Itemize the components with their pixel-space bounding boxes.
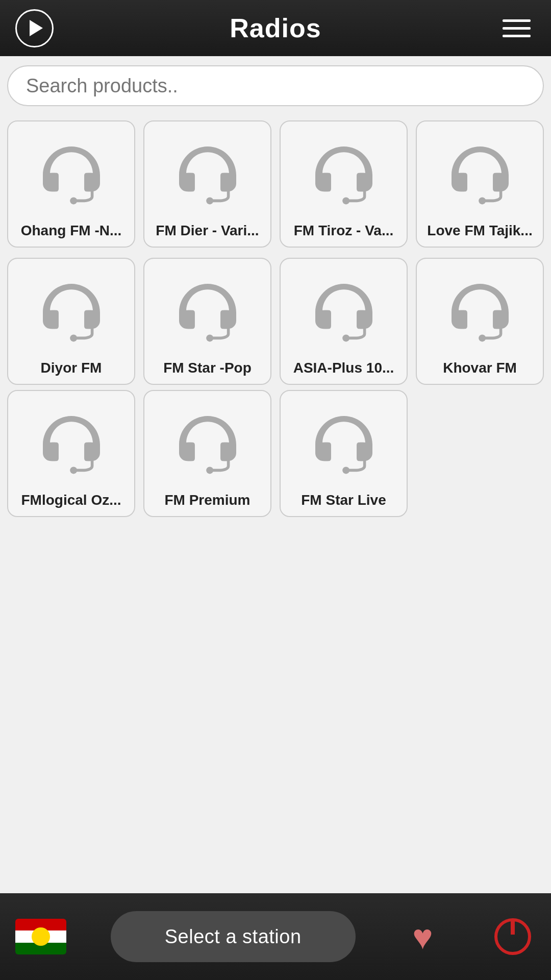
radio-station-name: Ohang FM -N... [21, 223, 122, 239]
search-input[interactable] [7, 65, 544, 106]
svg-rect-13 [84, 310, 93, 329]
list-item[interactable]: ASIA-Plus 10... [280, 258, 408, 385]
svg-rect-10 [493, 173, 502, 191]
radio-icon [28, 401, 115, 488]
svg-rect-21 [459, 310, 467, 329]
svg-rect-15 [186, 310, 195, 329]
hamburger-icon [503, 27, 531, 30]
svg-point-5 [206, 197, 213, 204]
svg-point-17 [206, 334, 213, 341]
headphone-icon [172, 277, 243, 348]
headphone-icon [308, 409, 380, 480]
hamburger-icon [503, 35, 531, 37]
headphone-icon [172, 139, 243, 211]
svg-rect-30 [322, 443, 331, 461]
headphone-icon [308, 139, 380, 211]
headphone-icon [444, 139, 516, 211]
svg-rect-25 [84, 443, 93, 461]
radio-icon [300, 132, 387, 218]
radio-grid-row-2: Diyor FM FM Star -Pop ASIA-Plus 10.. [0, 253, 551, 390]
menu-button[interactable] [497, 14, 536, 42]
svg-rect-12 [50, 310, 59, 329]
svg-rect-27 [186, 443, 195, 461]
radio-station-name: Love FM Tajik... [427, 223, 532, 239]
headphone-icon [308, 277, 380, 348]
svg-rect-19 [357, 310, 365, 329]
country-flag [15, 919, 66, 954]
list-item[interactable]: FM Tiroz - Va... [280, 120, 408, 248]
svg-rect-1 [84, 173, 93, 191]
radio-station-name: Diyor FM [41, 360, 102, 376]
svg-rect-16 [220, 310, 229, 329]
list-item[interactable]: FMlogical Oz... [7, 390, 135, 517]
radio-icon [164, 401, 251, 488]
radio-station-name: ASIA-Plus 10... [293, 360, 394, 376]
radio-icon [437, 132, 523, 218]
radio-station-name: FM Star -Pop [163, 360, 252, 376]
radio-station-name: FM Dier - Vari... [156, 223, 259, 239]
app-title: Radios [230, 13, 321, 43]
emblem-icon [32, 927, 50, 946]
svg-rect-9 [459, 173, 467, 191]
play-button[interactable] [15, 9, 54, 47]
search-container [0, 56, 551, 115]
power-icon [494, 918, 531, 955]
svg-rect-6 [322, 173, 331, 191]
radio-station-name: FMlogical Oz... [21, 492, 121, 508]
list-item[interactable]: FM Star -Pop [143, 258, 271, 385]
list-item[interactable]: FM Premium [143, 390, 271, 517]
app-header: Radios [0, 0, 551, 56]
svg-rect-24 [50, 443, 59, 461]
heart-icon: ♥ [412, 917, 433, 957]
svg-point-29 [206, 467, 213, 474]
svg-point-11 [479, 197, 486, 204]
headphone-icon [36, 409, 107, 480]
svg-rect-28 [220, 443, 229, 461]
radio-icon [437, 269, 523, 356]
headphone-icon [444, 277, 516, 348]
favorites-button[interactable]: ♥ [399, 914, 445, 960]
power-button[interactable] [490, 914, 536, 960]
svg-point-23 [479, 334, 486, 341]
radio-icon [300, 401, 387, 488]
svg-rect-0 [50, 173, 59, 191]
svg-point-14 [70, 334, 77, 341]
list-item[interactable]: Ohang FM -N... [7, 120, 135, 248]
radio-station-name: FM Star Live [301, 492, 386, 508]
radio-grid-row-1: Ohang FM -N... FM Dier - Vari... FM [0, 115, 551, 253]
svg-rect-18 [322, 310, 331, 329]
svg-point-2 [70, 197, 77, 204]
power-line-icon [511, 919, 515, 935]
list-item[interactable]: Khovar FM [416, 258, 544, 385]
select-station-button[interactable]: Select a station [111, 911, 356, 962]
svg-point-20 [342, 334, 349, 341]
headphone-icon [36, 277, 107, 348]
radio-station-name: FM Premium [164, 492, 250, 508]
svg-rect-22 [493, 310, 502, 329]
radio-icon [28, 269, 115, 356]
svg-rect-3 [186, 173, 195, 191]
svg-rect-31 [357, 443, 365, 461]
bottom-bar: Select a station ♥ [0, 893, 551, 980]
svg-point-8 [342, 197, 349, 204]
headphone-icon [36, 139, 107, 211]
radio-icon [164, 269, 251, 356]
hamburger-icon [503, 19, 531, 22]
radio-icon [28, 132, 115, 218]
list-item[interactable]: Love FM Tajik... [416, 120, 544, 248]
headphone-icon [172, 409, 243, 480]
list-item[interactable]: FM Dier - Vari... [143, 120, 271, 248]
svg-point-32 [342, 467, 349, 474]
svg-rect-4 [220, 173, 229, 191]
flag-white-stripe [15, 930, 66, 942]
radio-station-name: FM Tiroz - Va... [294, 223, 394, 239]
play-triangle-icon [30, 20, 43, 36]
svg-marker-33 [34, 929, 47, 943]
flag-emblem [32, 927, 50, 946]
radio-icon [300, 269, 387, 356]
svg-rect-7 [357, 173, 365, 191]
list-item[interactable]: Diyor FM [7, 258, 135, 385]
radio-station-name: Khovar FM [443, 360, 517, 376]
radio-icon [164, 132, 251, 218]
list-item[interactable]: FM Star Live [280, 390, 408, 517]
